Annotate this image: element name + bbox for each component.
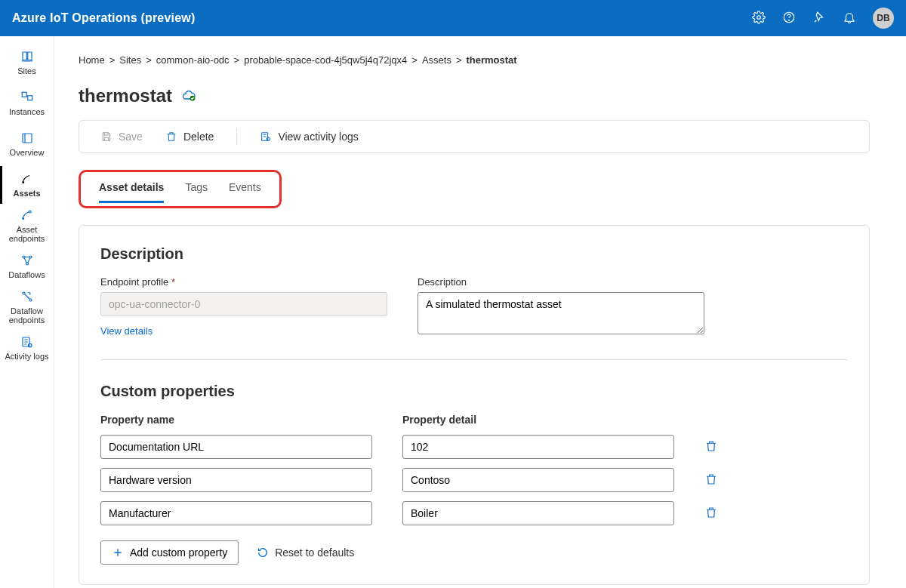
feedback-icon[interactable] bbox=[812, 11, 826, 26]
prop-name-input[interactable] bbox=[100, 468, 372, 492]
svg-point-12 bbox=[23, 292, 25, 294]
crumb[interactable]: Sites bbox=[119, 54, 141, 66]
sidebar-item-overview[interactable]: Overview bbox=[0, 124, 54, 165]
sidebar-item-assets[interactable]: Assets bbox=[0, 165, 54, 205]
sidebar-item-activity-logs[interactable]: Activity logs bbox=[0, 328, 54, 368]
plus-icon bbox=[112, 546, 124, 559]
svg-point-7 bbox=[29, 211, 31, 213]
endpoint-profile-field: Endpoint profile * View details bbox=[100, 276, 387, 337]
prop-name-input[interactable] bbox=[100, 435, 372, 459]
custom-prop-row bbox=[100, 468, 848, 492]
delete-row-button[interactable] bbox=[704, 439, 718, 455]
delete-row-button[interactable] bbox=[704, 473, 718, 488]
svg-point-0 bbox=[757, 15, 761, 19]
view-logs-button[interactable]: View activity logs bbox=[260, 131, 358, 143]
svg-point-18 bbox=[267, 137, 270, 140]
svg-point-11 bbox=[26, 263, 28, 265]
notification-icon[interactable] bbox=[843, 11, 856, 26]
custom-prop-row bbox=[100, 435, 848, 459]
prop-detail-input[interactable] bbox=[402, 501, 674, 525]
dataflows-icon bbox=[20, 254, 34, 267]
prop-detail-input[interactable] bbox=[402, 435, 674, 459]
custom-props-header: Property name Property detail bbox=[100, 414, 848, 426]
delete-icon bbox=[165, 131, 177, 143]
custom-prop-row bbox=[100, 501, 848, 525]
tab-events[interactable]: Events bbox=[229, 181, 261, 203]
delete-row-button[interactable] bbox=[704, 506, 718, 522]
settings-icon[interactable] bbox=[752, 11, 766, 26]
svg-point-2 bbox=[789, 20, 790, 20]
delete-button[interactable]: Delete bbox=[165, 131, 214, 143]
reset-defaults-button[interactable]: Reset to defaults bbox=[257, 546, 354, 559]
description-field: Description A simulated thermostat asset bbox=[418, 276, 704, 337]
sidebar-item-sites[interactable]: Sites bbox=[0, 42, 54, 83]
crumb[interactable]: Assets bbox=[422, 54, 451, 66]
activity-logs-icon bbox=[20, 335, 34, 349]
prop-detail-input[interactable] bbox=[402, 468, 674, 492]
toolbar: Save Delete View activity logs bbox=[79, 120, 870, 153]
svg-rect-5 bbox=[23, 134, 32, 143]
brand-title: Azure IoT Operations (preview) bbox=[12, 11, 195, 25]
reset-icon bbox=[257, 546, 269, 559]
sidebar-item-dataflow-endpoints[interactable]: Dataflow endpoints bbox=[0, 287, 54, 328]
sidenav: Sites Instances Overview Assets Asset en… bbox=[0, 36, 54, 588]
view-details-link[interactable]: View details bbox=[100, 325, 153, 337]
crumb[interactable]: Home bbox=[79, 54, 105, 66]
content-card: Description Endpoint profile * View deta… bbox=[79, 225, 870, 585]
svg-point-6 bbox=[22, 182, 23, 183]
book-icon bbox=[20, 50, 34, 63]
description-input[interactable]: A simulated thermostat asset bbox=[418, 292, 704, 334]
tab-asset-details[interactable]: Asset details bbox=[99, 181, 164, 203]
svg-point-15 bbox=[28, 343, 32, 347]
section-custom-heading: Custom properties bbox=[100, 383, 848, 400]
instances-icon bbox=[20, 91, 34, 104]
help-icon[interactable] bbox=[782, 11, 796, 26]
section-description-heading: Description bbox=[100, 245, 848, 263]
prop-name-input[interactable] bbox=[100, 501, 372, 525]
add-custom-property-button[interactable]: Add custom property bbox=[100, 540, 239, 565]
save-icon bbox=[100, 131, 112, 143]
assets-icon bbox=[20, 172, 34, 186]
svg-rect-3 bbox=[22, 92, 26, 97]
svg-point-10 bbox=[29, 256, 32, 258]
cloud-check-icon bbox=[181, 88, 196, 105]
svg-point-8 bbox=[22, 218, 23, 220]
logs-icon bbox=[260, 131, 272, 143]
divider bbox=[100, 359, 848, 360]
svg-point-9 bbox=[23, 256, 25, 258]
sidebar-item-instances[interactable]: Instances bbox=[0, 83, 54, 124]
crumb[interactable]: probable-space-cod-4j5qw5j4q72jqx4 bbox=[244, 54, 407, 66]
crumb[interactable]: common-aio-odc bbox=[156, 54, 230, 66]
avatar[interactable]: DB bbox=[873, 8, 894, 29]
main-scroll[interactable]: Home> Sites> common-aio-odc> probable-sp… bbox=[54, 36, 906, 588]
overview-icon bbox=[20, 131, 34, 145]
sidebar-item-dataflows[interactable]: Dataflows bbox=[0, 246, 54, 287]
dataflow-endpoints-icon bbox=[20, 290, 34, 303]
topbar: Azure IoT Operations (preview) DB bbox=[0, 0, 906, 36]
svg-rect-4 bbox=[27, 96, 32, 100]
save-button: Save bbox=[100, 131, 143, 143]
breadcrumb: Home> Sites> common-aio-odc> probable-sp… bbox=[79, 54, 870, 66]
endpoint-profile-input bbox=[100, 292, 387, 316]
tab-tags[interactable]: Tags bbox=[185, 181, 208, 203]
tabs-highlight-box: Asset details Tags Events bbox=[79, 170, 282, 208]
asset-endpoints-icon bbox=[20, 208, 34, 222]
svg-point-13 bbox=[29, 299, 32, 301]
crumb-current: thermostat bbox=[467, 54, 517, 66]
separator bbox=[236, 128, 237, 145]
page-title: thermostat bbox=[79, 85, 172, 106]
sidebar-item-asset-endpoints[interactable]: Asset endpoints bbox=[0, 205, 54, 246]
